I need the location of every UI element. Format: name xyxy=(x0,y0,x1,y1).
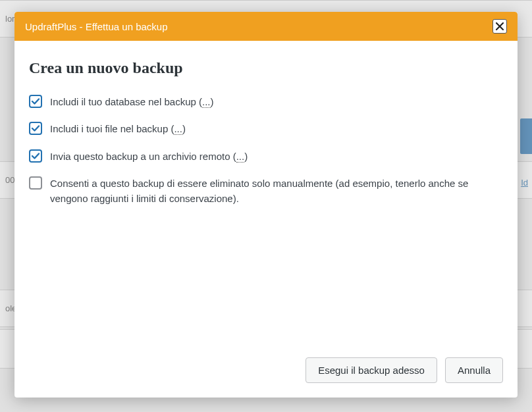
dialog-titlebar: UpdraftPlus - Effettua un backup xyxy=(14,12,518,41)
option-manual-delete-only: Consenti a questo backup di essere elimi… xyxy=(29,176,503,207)
label-text: ) xyxy=(211,96,214,107)
checkbox-remote-storage[interactable] xyxy=(29,149,42,163)
option-label: Invia questo backup a un archivio remoto… xyxy=(50,149,503,164)
label-text: ) xyxy=(182,123,186,134)
label-text: ) xyxy=(244,151,248,162)
backup-dialog: UpdraftPlus - Effettua un backup Crea un… xyxy=(14,12,518,398)
checkbox-include-database[interactable] xyxy=(29,95,42,108)
checkbox-include-files[interactable] xyxy=(29,122,42,135)
backup-now-button[interactable]: Esegui il backup adesso xyxy=(306,357,437,383)
label-text: Consenti a questo backup di essere elimi… xyxy=(50,178,468,204)
cancel-button[interactable]: Annulla xyxy=(445,357,503,383)
check-icon xyxy=(31,97,40,106)
option-include-database: Includi il tuo database nel backup (...) xyxy=(29,94,503,109)
option-remote-storage: Invia questo backup a un archivio remoto… xyxy=(29,149,503,164)
close-icon xyxy=(496,22,504,30)
label-text: Includi il tuo database nel backup ( xyxy=(50,96,202,107)
dialog-title: UpdraftPlus - Effettua un backup xyxy=(25,21,168,32)
label-text: Invia questo backup a un archivio remoto… xyxy=(50,151,236,162)
dialog-body: Crea un nuovo backup Includi il tuo data… xyxy=(14,41,518,349)
check-icon xyxy=(31,151,40,161)
close-button[interactable] xyxy=(492,19,507,34)
expand-link[interactable]: ... xyxy=(236,151,245,163)
expand-link[interactable]: ... xyxy=(202,96,211,108)
option-include-files: Includi i tuoi file nel backup (...) xyxy=(29,121,503,136)
dialog-heading: Crea un nuovo backup xyxy=(29,59,503,77)
dialog-button-bar: Esegui il backup adesso Annulla xyxy=(14,349,518,398)
check-icon xyxy=(31,124,40,133)
option-label: Includi il tuo database nel backup (...) xyxy=(50,94,503,109)
option-label: Consenti a questo backup di essere elimi… xyxy=(50,176,503,207)
option-label: Includi i tuoi file nel backup (...) xyxy=(50,121,503,136)
expand-link[interactable]: ... xyxy=(174,123,182,135)
checkbox-manual-delete-only[interactable] xyxy=(29,176,42,190)
label-text: Includi i tuoi file nel backup ( xyxy=(50,123,174,134)
